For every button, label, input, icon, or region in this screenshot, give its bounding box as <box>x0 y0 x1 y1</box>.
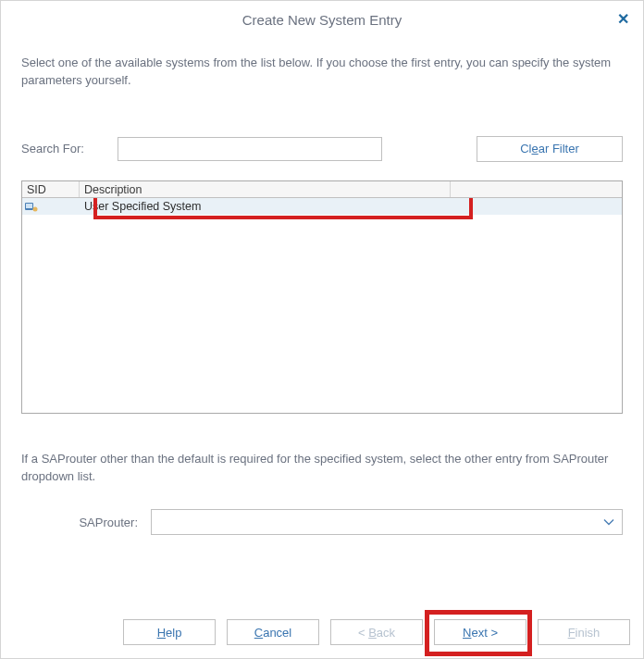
saprouter-label: SAProuter: <box>21 516 151 529</box>
saprouter-row: SAProuter: <box>21 509 623 535</box>
cell-description: User Specified System <box>80 198 622 215</box>
button-bar: Help Cancel < Back Next > Finish <box>1 610 643 658</box>
system-icon <box>25 201 38 212</box>
dialog-title: Create New System Entry <box>242 12 402 28</box>
titlebar: Create New System Entry ✕ <box>1 1 643 38</box>
table-row[interactable]: User Specified System <box>22 198 622 215</box>
cancel-button[interactable]: Cancel <box>227 619 319 645</box>
close-icon[interactable]: ✕ <box>613 10 632 29</box>
search-row: Search For: Clear Filter <box>21 136 623 162</box>
cell-sid <box>22 198 80 215</box>
table-body: User Specified System <box>22 198 622 413</box>
column-spacer <box>451 181 622 197</box>
clear-filter-button[interactable]: Clear Filter <box>477 136 623 162</box>
help-button[interactable]: Help <box>123 619 216 645</box>
chevron-down-icon <box>603 516 614 529</box>
column-sid[interactable]: SID <box>22 181 80 197</box>
finish-button: Finish <box>538 619 630 645</box>
next-button[interactable]: Next > <box>434 619 526 645</box>
svg-rect-1 <box>26 204 32 208</box>
column-description[interactable]: Description <box>80 181 451 197</box>
saprouter-note: If a SAProuter other than the default is… <box>21 451 623 486</box>
back-button: < Back <box>330 619 423 645</box>
search-input[interactable] <box>118 137 382 161</box>
dialog-create-system-entry: Create New System Entry ✕ Select one of … <box>0 0 644 659</box>
instruction-text: Select one of the available systems from… <box>21 55 623 90</box>
svg-point-2 <box>33 206 38 211</box>
search-label: Search For: <box>21 142 118 155</box>
table-header: SID Description <box>22 181 622 198</box>
saprouter-select[interactable] <box>151 509 623 535</box>
systems-table: SID Description User <box>21 180 623 414</box>
dialog-body: Select one of the available systems from… <box>1 38 643 610</box>
